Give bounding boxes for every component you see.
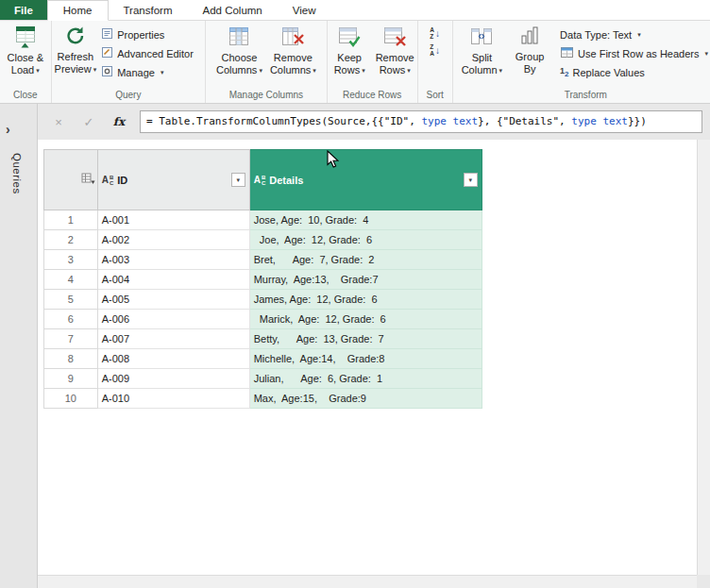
tab-transform[interactable]: Transform <box>109 0 188 20</box>
cell-id[interactable]: A-002 <box>97 230 249 250</box>
horizontal-scrollbar[interactable] <box>38 575 697 588</box>
filter-dropdown-button[interactable]: ▾ <box>231 173 245 187</box>
queries-pane-label[interactable]: Queries <box>11 153 23 194</box>
table-row: 7 A-007 Betty, Age: 13, Grade: 7 <box>44 329 482 349</box>
row-number[interactable]: 8 <box>44 349 98 369</box>
cell-details[interactable]: Julian, Age: 6, Grade: 1 <box>249 369 482 389</box>
formula-bar: × ✓ fx = Table.TransformColumnTypes(Sour… <box>38 109 702 134</box>
cell-details[interactable]: Joe, Age: 12, Grade: 6 <box>249 230 482 250</box>
keep-rows-button[interactable]: KeepRows▾ <box>329 22 370 76</box>
cell-details[interactable]: Murray, Age:13, Grade:7 <box>249 270 482 290</box>
cell-details[interactable]: Bret, Age: 7, Grade: 2 <box>249 250 482 270</box>
remove-rows-button[interactable]: RemoveRows▾ <box>374 22 415 76</box>
vertical-scrollbar[interactable] <box>697 140 710 575</box>
data-type-dropdown[interactable]: Data Type: Text ▾ <box>560 26 641 42</box>
cell-id[interactable]: A-009 <box>97 369 249 389</box>
cell-details[interactable]: Betty, Age: 13, Grade: 7 <box>249 329 482 349</box>
cell-id[interactable]: A-004 <box>97 270 249 290</box>
row-number[interactable]: 1 <box>44 210 98 230</box>
ribbon-group-query: RefreshPreview▾ Properties Advanced Edit… <box>52 21 207 103</box>
tab-add-column[interactable]: Add Column <box>187 0 277 20</box>
tab-view[interactable]: View <box>278 0 331 20</box>
table-row: 5 A-005 James, Age: 12, Grade: 6 <box>44 290 482 310</box>
row-number[interactable]: 3 <box>44 250 98 270</box>
replace-values-button[interactable]: 12 Replace Values <box>560 64 645 80</box>
manage-button[interactable]: Manage ▾ <box>101 64 163 80</box>
sort-arrow-icon: ↓ <box>435 28 440 39</box>
select-all-corner-button[interactable] <box>44 150 98 210</box>
row-number[interactable]: 9 <box>44 369 98 389</box>
sort-descending-button[interactable]: ZA ↓ <box>430 44 440 57</box>
cell-details[interactable]: James, Age: 12, Grade: 6 <box>249 290 482 310</box>
group-by-button[interactable]: GroupBy <box>509 22 550 75</box>
sort-arrow-icon: ↓ <box>435 45 440 56</box>
column-name: ID <box>117 175 127 186</box>
manage-icon <box>101 65 113 79</box>
sort-za-icon: ZA <box>430 44 434 57</box>
cell-id[interactable]: A-007 <box>97 329 249 349</box>
text-type-icon: ABC <box>102 175 114 186</box>
split-column-button[interactable]: SplitColumn▾ <box>461 22 503 76</box>
ribbon-group-sort: AZ ↓ ZA ↓ Sort <box>418 21 453 103</box>
cell-id[interactable]: A-010 <box>97 389 249 409</box>
group-label-transform: Transform <box>453 89 710 103</box>
commit-formula-icon[interactable]: ✓ <box>81 115 96 129</box>
grid-header-row: ABC ID ▾ ABC Details ▾ <box>44 150 482 210</box>
queries-pane-collapsed[interactable]: › Queries <box>0 104 38 588</box>
cell-id[interactable]: A-006 <box>97 310 249 329</box>
formula-input[interactable]: = Table.TransformColumnTypes(Source,{{"I… <box>140 110 702 133</box>
table-menu-icon <box>81 173 95 185</box>
remove-columns-icon <box>280 25 305 50</box>
editor-content: › Queries × ✓ fx = Table.TransformColumn… <box>0 104 710 588</box>
dropdown-caret-icon: ▾ <box>704 50 708 58</box>
group-label-sort: Sort <box>418 89 452 103</box>
dropdown-caret-icon: ▾ <box>259 67 262 74</box>
advanced-editor-button[interactable]: Advanced Editor <box>101 45 194 61</box>
dropdown-caret-icon: ▾ <box>637 31 641 39</box>
close-and-load-button[interactable]: Close &Load▾ <box>5 22 46 76</box>
group-by-icon <box>518 25 541 49</box>
row-number[interactable]: 6 <box>44 310 98 329</box>
discard-formula-icon[interactable]: × <box>51 115 66 129</box>
expand-queries-pane-icon[interactable]: › <box>6 123 10 136</box>
split-column-icon <box>469 25 494 50</box>
tab-home[interactable]: Home <box>47 0 109 21</box>
ribbon-group-manage-columns: ChooseColumns▾ RemoveColumns▾ Manage Col… <box>206 21 328 103</box>
ribbon-group-transform: SplitColumn▾ GroupBy Data Type: Text ▾ <box>453 21 710 103</box>
cell-id[interactable]: A-003 <box>97 250 249 270</box>
group-label-close: Close <box>0 89 51 103</box>
refresh-preview-button[interactable]: RefreshPreview▾ <box>54 22 98 76</box>
dropdown-caret-icon: ▾ <box>161 69 164 76</box>
row-number[interactable]: 2 <box>44 230 98 250</box>
use-first-row-as-headers-button[interactable]: Use First Row as Headers ▾ <box>560 45 708 61</box>
column-header-id[interactable]: ABC ID ▾ <box>97 150 249 210</box>
remove-rows-icon <box>382 25 407 50</box>
row-number[interactable]: 7 <box>44 329 98 349</box>
cell-details[interactable]: Marick, Age: 12, Grade: 6 <box>249 310 482 329</box>
tab-file[interactable]: File <box>0 0 47 20</box>
properties-button[interactable]: Properties <box>101 26 164 42</box>
table-row: 9 A-009 Julian, Age: 6, Grade: 1 <box>44 369 482 389</box>
power-query-editor-window: File Home Transform Add Column View Clos… <box>0 0 710 588</box>
choose-columns-button[interactable]: ChooseColumns▾ <box>215 22 263 76</box>
cell-details[interactable]: Max, Age:15, Grade:9 <box>249 389 482 409</box>
row-number[interactable]: 10 <box>44 389 98 409</box>
cell-details[interactable]: Jose, Age: 10, Grade: 4 <box>249 210 482 230</box>
column-header-details[interactable]: ABC Details ▾ <box>249 150 482 210</box>
cell-details[interactable]: Michelle, Age:14, Grade:8 <box>249 349 482 369</box>
sort-ascending-button[interactable]: AZ ↓ <box>430 27 440 40</box>
filter-dropdown-button[interactable]: ▾ <box>464 173 478 187</box>
fx-icon: fx <box>111 115 127 128</box>
keep-rows-icon <box>337 25 362 50</box>
row-number[interactable]: 5 <box>44 290 98 310</box>
remove-columns-button[interactable]: RemoveColumns▾ <box>269 22 317 76</box>
ribbon-group-reduce-rows: KeepRows▾ RemoveRows▾ Reduce Rows <box>328 21 418 103</box>
cell-id[interactable]: A-008 <box>97 349 249 369</box>
cell-id[interactable]: A-001 <box>97 210 249 230</box>
cell-id[interactable]: A-005 <box>97 290 249 310</box>
table-row: 4 A-004 Murray, Age:13, Grade:7 <box>44 270 482 290</box>
row-number[interactable]: 4 <box>44 270 98 290</box>
dropdown-caret-icon: ▾ <box>36 67 40 74</box>
table-row: 6 A-006 Marick, Age: 12, Grade: 6 <box>44 310 482 329</box>
sort-az-icon: AZ <box>430 27 434 40</box>
